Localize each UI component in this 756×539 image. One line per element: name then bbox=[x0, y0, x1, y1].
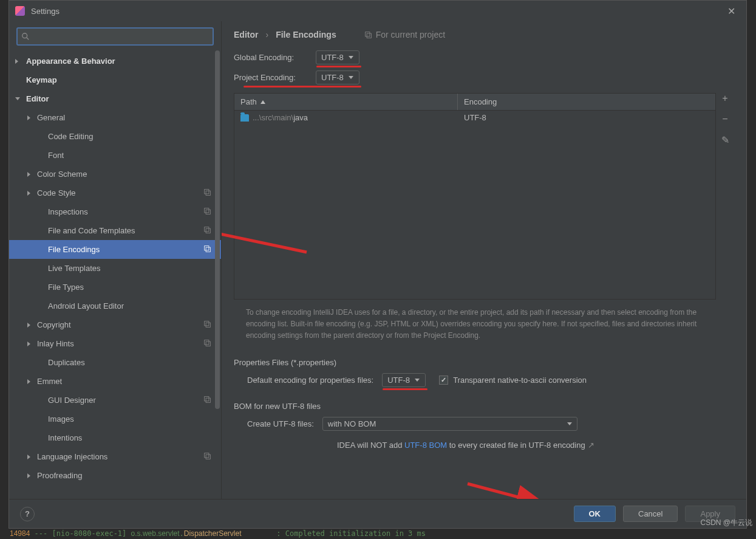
chevron-down-icon bbox=[349, 76, 353, 79]
tree-inspections[interactable]: Inspections bbox=[9, 202, 221, 221]
bom-dropdown[interactable]: with NO BOM bbox=[322, 417, 577, 431]
svg-rect-2 bbox=[205, 189, 209, 193]
svg-rect-5 bbox=[206, 210, 210, 214]
sidebar-scrollbar[interactable] bbox=[215, 50, 221, 499]
external-link-icon: ↗ bbox=[588, 441, 594, 450]
settings-tree: Appearance & Behavior Keymap Editor Gene… bbox=[9, 52, 221, 499]
project-scope-icon bbox=[203, 452, 211, 462]
remove-path-button[interactable]: − bbox=[722, 114, 727, 125]
edit-path-button[interactable]: ✎ bbox=[721, 134, 729, 146]
settings-dialog: Settings ✕ Appearance & Behavior Keymap … bbox=[9, 0, 747, 529]
tree-inlay-hints[interactable]: Inlay Hints bbox=[9, 334, 221, 353]
global-encoding-dropdown[interactable]: UTF-8 bbox=[316, 50, 359, 64]
dialog-footer: ? OK Cancel Apply bbox=[9, 499, 746, 528]
tree-lang-injections[interactable]: Language Injections bbox=[9, 447, 221, 466]
encoding-hint: To change encoding IntelliJ IDEA uses fo… bbox=[234, 300, 734, 349]
svg-point-0 bbox=[22, 33, 27, 38]
ok-button[interactable]: OK bbox=[574, 506, 616, 522]
intellij-icon bbox=[15, 6, 25, 16]
tree-images[interactable]: Images bbox=[9, 410, 221, 428]
crumb-leaf: File Encodings bbox=[276, 30, 336, 39]
tree-duplicates[interactable]: Duplicates bbox=[9, 353, 221, 372]
encoding-paths-table: Path Encoding ...\src\main\java UTF-8 bbox=[234, 93, 716, 300]
titlebar: Settings ✕ bbox=[9, 1, 746, 21]
transparent-ascii-label: Transparent native-to-ascii conversion bbox=[453, 376, 587, 385]
tree-gui-designer[interactable]: GUI Designer bbox=[9, 391, 221, 410]
tree-emmet[interactable]: Emmet bbox=[9, 372, 221, 391]
scope-label: For current project bbox=[364, 30, 445, 39]
project-scope-icon bbox=[203, 226, 211, 236]
annotation-arrow bbox=[465, 481, 550, 499]
col-path-header[interactable]: Path bbox=[234, 94, 458, 110]
tree-keymap[interactable]: Keymap bbox=[9, 70, 221, 89]
settings-sidebar: Appearance & Behavior Keymap Editor Gene… bbox=[9, 21, 222, 499]
project-encoding-label: Project Encoding: bbox=[234, 73, 316, 82]
svg-rect-9 bbox=[206, 247, 210, 252]
svg-rect-6 bbox=[205, 227, 209, 231]
annotation-underline bbox=[243, 86, 361, 88]
background-log: 14984 --- [nio-8080-exec-1] o.s.web.serv… bbox=[0, 529, 756, 539]
bom-section-title: BOM for new UTF-8 files bbox=[234, 402, 734, 411]
chevron-down-icon bbox=[567, 422, 572, 425]
global-encoding-label: Global Encoding: bbox=[234, 53, 316, 62]
tree-file-encodings[interactable]: File Encodings bbox=[9, 240, 221, 259]
project-scope-icon bbox=[203, 207, 211, 217]
tree-proofreading[interactable]: Proofreading bbox=[9, 466, 221, 485]
tree-code-style[interactable]: Code Style bbox=[9, 184, 221, 202]
tree-general[interactable]: General bbox=[9, 108, 221, 127]
project-scope-icon bbox=[203, 320, 211, 330]
svg-rect-10 bbox=[205, 321, 209, 325]
svg-rect-14 bbox=[205, 396, 209, 400]
bom-note: IDEA will NOT add UTF-8 BOM to every cre… bbox=[234, 441, 734, 450]
chevron-down-icon bbox=[415, 379, 420, 382]
search-input[interactable] bbox=[33, 32, 209, 41]
apply-button[interactable]: Apply bbox=[685, 506, 735, 522]
svg-rect-13 bbox=[206, 342, 210, 346]
properties-section-title: Properties Files (*.properties) bbox=[234, 358, 734, 367]
annotation-underline bbox=[316, 66, 361, 67]
svg-rect-16 bbox=[205, 453, 209, 457]
tree-code-editing[interactable]: Code Editing bbox=[9, 127, 221, 146]
search-input-wrap[interactable] bbox=[16, 27, 214, 46]
props-encoding-dropdown[interactable]: UTF-8 bbox=[382, 373, 426, 387]
svg-rect-7 bbox=[206, 228, 210, 233]
sort-asc-icon bbox=[261, 100, 265, 104]
project-encoding-dropdown[interactable]: UTF-8 bbox=[316, 70, 359, 84]
crumb-root[interactable]: Editor bbox=[234, 30, 258, 39]
svg-rect-8 bbox=[205, 245, 209, 250]
project-scope-icon bbox=[203, 188, 211, 198]
utf8-bom-link[interactable]: UTF-8 BOM bbox=[404, 441, 447, 450]
search-icon bbox=[21, 32, 30, 41]
tree-file-types[interactable]: File Types bbox=[9, 278, 221, 297]
svg-rect-19 bbox=[367, 33, 371, 38]
col-encoding-header[interactable]: Encoding bbox=[458, 94, 715, 110]
svg-rect-18 bbox=[365, 32, 369, 36]
tree-font[interactable]: Font bbox=[9, 146, 221, 165]
svg-line-1 bbox=[27, 38, 29, 40]
tree-android-layout[interactable]: Android Layout Editor bbox=[9, 297, 221, 315]
folder-icon bbox=[240, 114, 249, 122]
table-row[interactable]: ...\src\main\java UTF-8 bbox=[234, 111, 715, 125]
tree-live-templates[interactable]: Live Templates bbox=[9, 259, 221, 278]
add-path-button[interactable]: + bbox=[722, 93, 727, 104]
help-button[interactable]: ? bbox=[20, 507, 35, 521]
svg-line-23 bbox=[468, 484, 543, 499]
cancel-button[interactable]: Cancel bbox=[623, 506, 678, 522]
transparent-ascii-checkbox[interactable] bbox=[439, 376, 448, 385]
project-scope-icon bbox=[203, 245, 211, 255]
svg-rect-11 bbox=[206, 323, 210, 327]
dialog-title: Settings bbox=[31, 7, 723, 16]
tree-color-scheme[interactable]: Color Scheme bbox=[9, 165, 221, 184]
close-button[interactable]: ✕ bbox=[723, 3, 740, 19]
svg-rect-17 bbox=[206, 455, 210, 459]
tree-appearance[interactable]: Appearance & Behavior bbox=[9, 52, 221, 70]
chevron-right-icon: › bbox=[265, 30, 268, 39]
tree-copyright[interactable]: Copyright bbox=[9, 315, 221, 334]
tree-intentions[interactable]: Intentions bbox=[9, 428, 221, 447]
tree-file-templates[interactable]: File and Code Templates bbox=[9, 221, 221, 240]
tree-editor[interactable]: Editor bbox=[9, 89, 221, 108]
svg-rect-3 bbox=[206, 191, 210, 195]
project-scope-icon bbox=[203, 396, 211, 405]
svg-rect-4 bbox=[205, 208, 209, 212]
settings-content: Editor › File Encodings For current proj… bbox=[222, 21, 746, 499]
